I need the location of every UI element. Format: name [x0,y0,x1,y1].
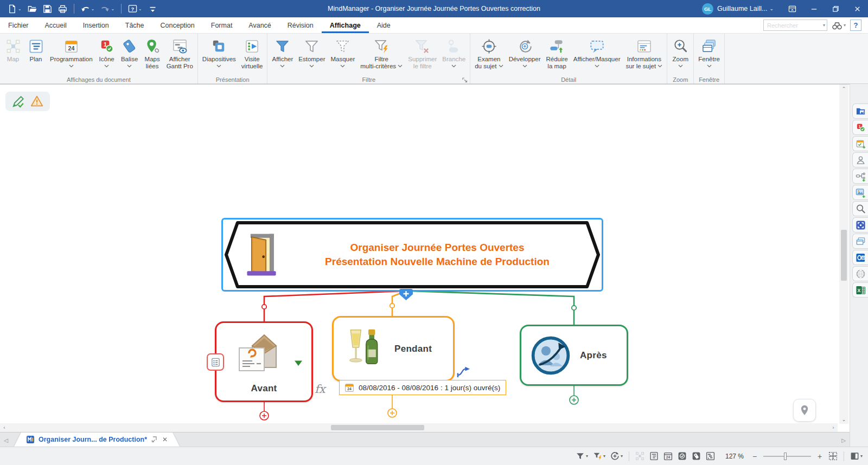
ribbon-button-fenetre[interactable]: Fenêtre [695,35,723,70]
sidebar-tab-images[interactable] [852,185,868,200]
print-button[interactable] [56,2,69,15]
topic-pendant[interactable]: Pendant [332,316,455,382]
fit-map-button[interactable] [828,451,838,461]
ribbon-button-supprimer-le-filtre[interactable]: Supprimerle filtre [405,35,439,70]
avatar[interactable]: GL [702,3,713,15]
ribbon-button-balise[interactable]: Balise [118,35,141,70]
ribbon-tab-conception[interactable]: Conception [152,17,203,33]
task-pane-chevron-icon[interactable]: ▾ [860,454,863,458]
task-info-callout[interactable]: 24 08/08/2016 - 08/08/2016 : 1 jour(s) o… [339,380,506,395]
sidebar-tab-map-parts[interactable] [852,169,868,184]
map-canvas[interactable]: Organiser Journée Portes Ouvertes Présen… [0,84,850,432]
help-chevron-icon[interactable]: ⌄ [138,7,142,11]
topic-apres[interactable]: Après [520,325,628,386]
tabs-scroll-right-icon[interactable]: ▷ [838,434,850,447]
ink-pen-check-icon[interactable] [12,95,25,108]
sidebar-tab-web[interactable] [852,266,868,281]
ribbon-button-afficher[interactable]: Afficher [269,35,296,70]
customize-quick-access-button[interactable] [146,2,159,15]
zoom-slider[interactable] [763,453,811,460]
ribbon-button-icone[interactable]: 1Icône [95,35,118,70]
ribbon-button-informations-sur-le-sujet[interactable]: Informationssur le sujet [623,35,665,70]
ribbon-button-diapositives[interactable]: Diapositives [200,35,239,70]
sidebar-tab-outlook[interactable] [852,250,868,265]
float-tab-icon[interactable] [151,435,157,444]
minimize-button[interactable] [803,0,825,17]
statusbar-power-select-button[interactable]: ▾ [610,451,623,461]
find-button[interactable]: ▾ [832,21,846,30]
ribbon-tab-fichier[interactable]: Fichier [0,17,37,33]
open-file-button[interactable] [25,2,39,15]
collapse-branches-badge[interactable] [399,289,413,300]
redo-button[interactable]: ⌄ [98,2,117,15]
sidebar-tab-library[interactable] [852,104,868,119]
ribbon-button-maps-liees[interactable]: Mapsliées [141,35,164,70]
document-tab[interactable]: Organiser Journ... de Production* ✕ [14,432,180,447]
topic-notes-badge[interactable] [207,353,224,371]
relationship-icon[interactable] [456,366,471,378]
ribbon-tab-accueil[interactable]: Accueil [37,17,75,33]
tabs-scroll-left-icon[interactable]: ◁ [0,434,12,447]
location-button[interactable] [793,399,816,422]
ribbon-display-options-button[interactable] [781,0,803,17]
central-topic[interactable]: Organiser Journée Portes Ouvertes Présen… [221,218,603,292]
ribbon-button-afficher-masquer[interactable]: Afficher/Masquer [571,35,623,70]
scroll-up-icon[interactable]: ⌃ [839,85,848,93]
ribbon-button-programmation[interactable]: 24Programmation [47,35,95,70]
scroll-down-icon[interactable]: ⌄ [839,415,848,424]
ribbon-tab-affichage[interactable]: Affichage [322,17,369,33]
ribbon-tab-tache[interactable]: Tâche [117,17,152,33]
zoom-slider-handle[interactable] [784,453,787,460]
warning-triangle-icon[interactable] [30,95,43,108]
scroll-right-icon[interactable]: › [829,423,838,432]
save-button[interactable] [41,2,54,15]
ribbon-button-examen-du-sujet[interactable]: Examendu sujet [472,35,506,70]
undo-button[interactable]: ⌄ [79,2,97,15]
close-button[interactable] [846,0,868,17]
ribbon-button-reduire-la-map[interactable]: Réduirela map [543,35,570,70]
help-button[interactable]: ? [850,20,861,31]
ribbon-button-estomper[interactable]: Estomper [296,35,328,70]
ribbon-button-branche[interactable]: Branche [439,35,468,70]
user-name[interactable]: Guillaume Laill... [717,5,767,12]
statusbar-schedule-view-button[interactable]: 24 [663,451,673,461]
sidebar-tab-search[interactable] [852,201,868,216]
sidebar-tab-map-overview[interactable] [852,217,868,232]
task-pane-button[interactable]: ▾ [850,451,863,461]
ribbon-button-masquer[interactable]: Masquer [328,35,358,70]
power-select-chevron-icon[interactable]: ▾ [621,454,623,458]
ribbon-button-plan[interactable]: Plan [24,35,47,70]
horizontal-scrollbar[interactable]: ‹ › [0,423,838,432]
ribbon-tab-avance[interactable]: Avancé [240,17,279,33]
sidebar-tab-excel[interactable]: X [852,282,868,298]
statusbar-icons-view-button[interactable] [678,451,687,461]
new-document-button[interactable]: ⌄ [5,2,24,15]
undo-chevron-icon[interactable]: ⌄ [91,7,95,11]
restore-button[interactable] [825,0,846,17]
ribbon-button-visite-virtuelle[interactable]: Visitevirtuelle [239,35,266,70]
vertical-scrollbar[interactable]: ⌃ ⌄ [839,85,848,424]
dialog-launcher-icon[interactable] [462,76,468,82]
topic-avant[interactable]: Avant [215,321,313,402]
search-input[interactable] [763,20,827,31]
zoom-out-button[interactable]: − [751,452,758,461]
help-button[interactable]: ?⌄ [126,2,144,15]
scroll-left-icon[interactable]: ‹ [0,423,9,432]
user-menu-chevron-icon[interactable]: ⌄ [769,6,774,11]
close-tab-icon[interactable]: ✕ [162,436,168,443]
vertical-scrollbar-thumb[interactable] [841,230,847,281]
ribbon-tab-insertion[interactable]: Insertion [75,17,117,33]
ribbon-tab-format[interactable]: Format [203,17,241,33]
statusbar-tags-view-button[interactable] [692,451,701,461]
sidebar-tab-map-markers[interactable]: 1 [852,120,868,135]
quick-filter-chevron-icon[interactable]: ▾ [586,454,588,458]
ribbon-tab-revision[interactable]: Révision [279,17,322,33]
find-chevron-icon[interactable]: ▾ [844,23,846,28]
new-document-chevron-icon[interactable]: ⌄ [18,7,22,11]
statusbar-map-view-button[interactable] [635,451,644,461]
ribbon-button-afficher-gantt-pro[interactable]: AfficherGantt Pro [164,35,196,70]
ribbon-button-filtre-multi-criteres[interactable]: Filtremulti-critères [358,35,405,70]
statusbar-power-filter-button[interactable]: ▾ [593,451,605,461]
sidebar-tab-browser-windows[interactable] [852,234,868,249]
ribbon-button-map[interactable]: Map [2,35,24,70]
